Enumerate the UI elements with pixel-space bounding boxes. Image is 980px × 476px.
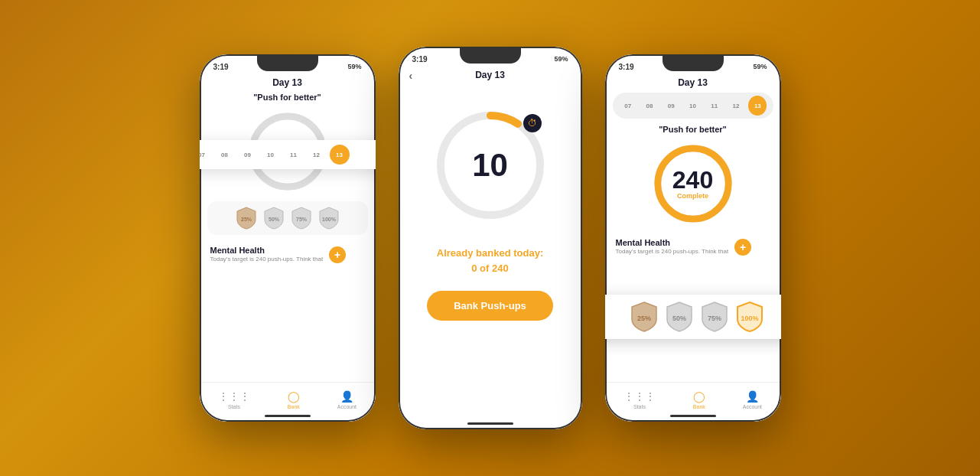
circle-number-3: 240: [672, 168, 713, 192]
day-tab3-10[interactable]: 10: [683, 96, 702, 116]
floating-day-tabs: 07 08 09 10 11 12 13: [200, 140, 376, 169]
count-inner: 10: [472, 149, 508, 181]
status-battery-1: 59%: [347, 63, 361, 70]
day-tab3-08[interactable]: 08: [640, 96, 659, 116]
day-tab-10[interactable]: 10: [261, 145, 281, 165]
account-icon-1: 👤: [340, 390, 353, 403]
nav-stats-3[interactable]: ⋮⋮⋮ Stats: [623, 390, 656, 409]
circle-3: 240 Complete: [651, 142, 735, 226]
svg-text:100%: 100%: [741, 315, 758, 322]
timer-icon: ⏱: [523, 114, 542, 132]
floating-badges-popup: 25% 50% 75% 100%: [605, 295, 781, 339]
day-tab3-07[interactable]: 07: [619, 96, 637, 116]
header-title-3: Day 13: [678, 77, 708, 88]
nav-account-label-3: Account: [743, 404, 762, 409]
mh-plus-btn-3[interactable]: +: [734, 239, 751, 256]
float-badge-25: 25%: [630, 301, 658, 333]
phone-2: 3:19 59% ‹ Day 13 10 ⏱ Already banked to…: [399, 47, 582, 429]
phone-1: 3:19 59% 07 08 09 10 11 12 13 Day 13 "Pu…: [200, 54, 376, 422]
float-badge-50: 50%: [666, 301, 693, 333]
status-time-2: 3:19: [412, 55, 428, 64]
phone-header-3: Day 13: [605, 74, 781, 93]
svg-text:25%: 25%: [240, 217, 252, 222]
stats-icon-3: ⋮⋮⋮: [623, 390, 656, 403]
mh-content-3: Mental Health Today's target is 240 push…: [616, 238, 729, 256]
day-tab-12[interactable]: 12: [307, 145, 327, 165]
nav-account-1[interactable]: 👤 Account: [337, 390, 357, 409]
badge-row-1: 25% 50% 75% 100%: [207, 201, 368, 235]
float-badge-75: 75%: [701, 301, 728, 333]
svg-text:75%: 75%: [295, 217, 307, 222]
phones-container: 3:19 59% 07 08 09 10 11 12 13 Day 13 "Pu…: [184, 31, 796, 445]
day-tab-13[interactable]: 13: [330, 145, 350, 165]
nav-bank-1[interactable]: ◯ Bank: [288, 390, 300, 409]
circle-complete-3: Complete: [672, 192, 713, 200]
banked-text: Already banked today: 0 of 240: [437, 246, 543, 275]
phone-header-1: Day 13: [200, 74, 376, 93]
mental-health-3: Mental Health Today's target is 240 push…: [605, 233, 781, 260]
banked-line2: 0 of 240: [437, 261, 543, 276]
mh-title-1: Mental Health: [210, 246, 324, 255]
mh-text-1: Today's target is 240 push-ups. Think th…: [210, 256, 324, 263]
phone-3: 3:19 59% Day 13 07 08 09 10 11 12 13 "Pu…: [605, 54, 781, 422]
nav-account-3[interactable]: 👤 Account: [743, 390, 762, 409]
home-indicator-1: [265, 415, 311, 417]
circle-inner-3: 240 Complete: [672, 168, 713, 200]
quote-1: "Push for better": [200, 93, 376, 102]
day-tab3-13[interactable]: 13: [748, 96, 767, 116]
back-btn-2[interactable]: ‹: [409, 70, 413, 82]
count-number: 10: [472, 149, 508, 181]
badge-100: 100%: [318, 206, 340, 230]
notch-1: [257, 54, 318, 71]
quote-3: "Push for better": [605, 125, 781, 134]
nav-bank-label-1: Bank: [288, 404, 300, 409]
nav-stats-label-1: Stats: [228, 404, 240, 409]
day-tab3-11[interactable]: 11: [705, 96, 724, 116]
status-time-1: 3:19: [213, 63, 229, 71]
nav-bank-3[interactable]: ◯ Bank: [693, 390, 705, 409]
status-battery-2: 59%: [554, 55, 568, 63]
nav-stats-1[interactable]: ⋮⋮⋮ Stats: [218, 390, 250, 409]
mh-content-1: Mental Health Today's target is 240 push…: [210, 246, 324, 263]
home-indicator-3: [670, 415, 716, 417]
stats-icon-1: ⋮⋮⋮: [218, 390, 250, 403]
notch-2: [460, 47, 521, 64]
bank-icon-1: ◯: [288, 390, 300, 403]
day-tabs-3: 07 08 09 10 11 12 13: [613, 93, 773, 119]
notch-3: [663, 54, 724, 71]
badge-50: 50%: [263, 206, 285, 230]
nav-bank-label-3: Bank: [693, 404, 705, 409]
day-tab3-12[interactable]: 12: [727, 96, 745, 116]
day-tab-07[interactable]: 07: [200, 145, 212, 165]
status-time-3: 3:19: [619, 63, 634, 71]
day-tab3-09[interactable]: 09: [662, 96, 680, 116]
home-indicator-2: [467, 422, 513, 425]
svg-text:100%: 100%: [322, 217, 337, 222]
account-icon-3: 👤: [746, 390, 759, 403]
svg-text:50%: 50%: [268, 217, 279, 222]
day-tab-11[interactable]: 11: [284, 145, 304, 165]
phone-header-2: ‹ Day 13: [399, 67, 582, 85]
bank-icon-3: ◯: [693, 390, 705, 403]
counting-screen: 10 ⏱ Already banked today: 0 of 240 Bank…: [399, 85, 582, 321]
day-tab-08[interactable]: 08: [215, 145, 235, 165]
badge-75: 75%: [291, 206, 312, 230]
header-title-1: Day 13: [272, 77, 302, 88]
nav-account-label-1: Account: [337, 404, 357, 409]
svg-text:50%: 50%: [672, 315, 685, 322]
day-tab-09[interactable]: 09: [238, 145, 258, 165]
badge-25: 25%: [236, 206, 257, 230]
nav-stats-label-3: Stats: [633, 404, 646, 409]
mh-plus-btn-1[interactable]: +: [329, 246, 346, 263]
mental-health-1: Mental Health Today's target is 240 push…: [200, 241, 376, 268]
progress-circle-3: 240 Complete: [605, 142, 781, 226]
float-badge-100: 100%: [736, 301, 763, 333]
status-battery-3: 59%: [753, 63, 767, 70]
bank-pushups-btn[interactable]: Bank Push-ups: [427, 291, 553, 321]
banked-line1: Already banked today:: [437, 246, 543, 261]
header-title-2: Day 13: [475, 70, 505, 80]
mh-text-3: Today's target is 240 push-ups. Think th…: [616, 248, 729, 256]
mh-title-3: Mental Health: [616, 238, 729, 247]
svg-text:25%: 25%: [637, 315, 650, 322]
svg-text:75%: 75%: [707, 315, 721, 322]
